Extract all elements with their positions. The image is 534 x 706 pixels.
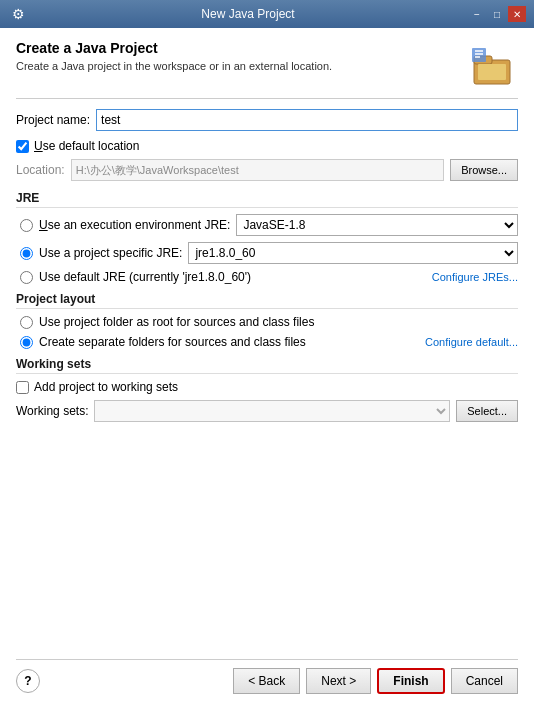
footer-left: ? (16, 669, 40, 693)
window-title: New Java Project (28, 7, 468, 21)
footer-right: < Back Next > Finish Cancel (233, 668, 518, 694)
working-sets-section-header: Working sets (16, 357, 518, 374)
gear-icon: ⚙ (8, 4, 28, 24)
layout-separate-radio[interactable] (20, 336, 33, 349)
project-name-input[interactable] (96, 109, 518, 131)
add-working-sets-label: Add project to working sets (34, 380, 178, 394)
add-working-sets-row: Add project to working sets (16, 380, 518, 394)
configure-default-link[interactable]: Configure default... (425, 336, 518, 348)
use-default-location-row: Use default location (16, 139, 518, 153)
jre-default-radio[interactable] (20, 271, 33, 284)
jre-env-select[interactable]: JavaSE-1.8 (236, 214, 518, 236)
project-name-label: Project name: (16, 113, 90, 127)
layout-folder-radio[interactable] (20, 316, 33, 329)
window-controls: − □ ✕ (468, 6, 526, 22)
jre-project-radio[interactable] (20, 247, 33, 260)
finish-button[interactable]: Finish (377, 668, 444, 694)
jre-default-row: Use default JRE (currently 'jre1.8.0_60'… (16, 270, 518, 284)
working-sets-row: Working sets: Select... (16, 400, 518, 422)
next-button[interactable]: Next > (306, 668, 371, 694)
use-default-location-checkbox[interactable] (16, 140, 29, 153)
layout-folder-label: Use project folder as root for sources a… (39, 315, 314, 329)
configure-jres-link[interactable]: Configure JREs... (432, 271, 518, 283)
page-title: Create a Java Project (16, 40, 332, 56)
location-input[interactable] (71, 159, 444, 181)
add-working-sets-checkbox[interactable] (16, 381, 29, 394)
jre-env-label: Use an execution environment JRE: (39, 218, 230, 232)
jre-section-header: JRE (16, 191, 518, 208)
jre-env-radio[interactable] (20, 219, 33, 232)
page-description: Create a Java project in the workspace o… (16, 60, 332, 72)
use-default-location-label: Use default location (34, 139, 139, 153)
project-layout-section-header: Project layout (16, 292, 518, 309)
maximize-button[interactable]: □ (488, 6, 506, 22)
back-button[interactable]: < Back (233, 668, 300, 694)
jre-project-select[interactable]: jre1.8.0_60 (188, 242, 518, 264)
location-label: Location: (16, 163, 65, 177)
jre-project-label: Use a project specific JRE: (39, 246, 182, 260)
cancel-button[interactable]: Cancel (451, 668, 518, 694)
help-button[interactable]: ? (16, 669, 40, 693)
close-button[interactable]: ✕ (508, 6, 526, 22)
jre-default-label: Use default JRE (currently 'jre1.8.0_60'… (39, 270, 251, 284)
page-header: Create a Java Project Create a Java proj… (16, 40, 518, 99)
content-area: Project name: Use default location Locat… (16, 109, 518, 659)
jre-project-row: Use a project specific JRE: jre1.8.0_60 (16, 242, 518, 264)
layout-separate-label: Create separate folders for sources and … (39, 335, 306, 349)
svg-rect-3 (472, 48, 486, 62)
footer: ? < Back Next > Finish Cancel (16, 659, 518, 694)
header-icon (470, 40, 518, 88)
project-name-row: Project name: (16, 109, 518, 131)
working-sets-select[interactable] (94, 400, 450, 422)
dialog-body: Create a Java Project Create a Java proj… (0, 28, 534, 706)
svg-rect-2 (478, 64, 506, 80)
browse-button[interactable]: Browse... (450, 159, 518, 181)
layout-folder-row: Use project folder as root for sources a… (16, 315, 518, 329)
title-bar: ⚙ New Java Project − □ ✕ (0, 0, 534, 28)
jre-env-row: Use an execution environment JRE: JavaSE… (16, 214, 518, 236)
layout-separate-row: Create separate folders for sources and … (16, 335, 518, 349)
working-sets-label: Working sets: (16, 404, 88, 418)
location-row: Location: Browse... (16, 159, 518, 181)
select-button[interactable]: Select... (456, 400, 518, 422)
header-text: Create a Java Project Create a Java proj… (16, 40, 332, 72)
minimize-button[interactable]: − (468, 6, 486, 22)
